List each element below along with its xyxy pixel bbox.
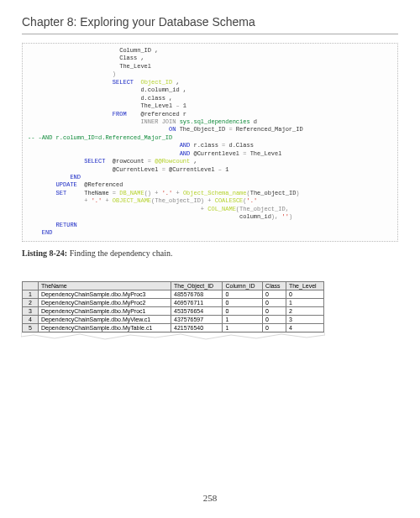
row-number: 3 [23, 306, 39, 315]
code-line: RETURN [28, 222, 77, 228]
code-line: Class , [28, 55, 144, 61]
cell: DependencyChainSample.dbo.MyView.c1 [39, 315, 171, 323]
cell: 1 [223, 323, 263, 332]
row-number: 4 [23, 315, 39, 323]
code-line: SELECT Object_ID , [28, 79, 180, 86]
cell: 0 [263, 298, 286, 306]
code-line: The_Level – 1 [28, 102, 186, 109]
code-line: ) [28, 71, 116, 77]
torn-edge-decoration [21, 332, 325, 341]
cell: 0 [263, 315, 286, 323]
cell: 0 [286, 290, 323, 298]
code-line: UPDATE @Referenced [28, 181, 123, 188]
code-line: AND r.class = d.Class [28, 142, 254, 149]
code-line: AND @Currentlevel = The_Level [28, 150, 281, 157]
cell: 0 [223, 306, 263, 315]
result-grid: TheName The_Object_ID Column_ID Class Th… [22, 281, 324, 332]
row-number: 1 [23, 290, 39, 298]
code-line: SET TheName = DB_NAME() + '.' + Object_S… [28, 190, 300, 196]
col-header: The_Object_ID [171, 281, 223, 290]
torn-edge-icon [21, 332, 325, 341]
cell: 1 [223, 315, 263, 323]
page-number: 258 [0, 493, 420, 503]
table-header-row: TheName The_Object_ID Column_ID Class Th… [23, 281, 324, 290]
table-row: 1 DependencyChainSample.dbo.MyProc3 4855… [23, 290, 324, 298]
cell: 0 [263, 323, 286, 332]
cell: 0 [223, 298, 263, 306]
cell: 0 [263, 306, 286, 315]
cell: DependencyChainSample.dbo.MyProc2 [39, 298, 171, 306]
code-line: INNER JOIN sys.sql_dependencies d [28, 118, 257, 125]
cell: DependencyChainSample.dbo.MyProc3 [39, 290, 171, 298]
cell: 1 [286, 298, 323, 306]
cell: 485576768 [171, 290, 223, 298]
code-line: FROM @referenced r [28, 111, 186, 118]
col-header: Class [263, 281, 286, 290]
chapter-title: Chapter 8: Exploring your Database Schem… [22, 0, 398, 34]
cell: 2 [286, 306, 323, 315]
cell: 421576540 [171, 323, 223, 332]
code-line: d.column_id , [28, 86, 186, 93]
col-header: TheName [39, 281, 171, 290]
code-line: -- -AND r.column_ID=d.Referenced_Major_I… [28, 134, 172, 141]
cell: 469576711 [171, 298, 223, 306]
cell: 4 [286, 323, 323, 332]
code-line: SELECT @rowcount = @@Rowcount , [28, 158, 197, 165]
cell: 3 [286, 315, 323, 323]
code-listing: Column_ID , Class , The_Level ) SELECT O… [22, 43, 398, 242]
result-grid-wrapper: TheName The_Object_ID Column_ID Class Th… [22, 281, 324, 341]
row-number: 5 [23, 323, 39, 332]
code-line: END [28, 229, 52, 236]
code-line: + '.' + OBJECT_NAME(The_object_ID) + COA… [28, 197, 257, 204]
col-header: Column_ID [223, 281, 263, 290]
listing-caption: Listing 8-24: Finding the dependency cha… [22, 249, 398, 258]
cell: 453576654 [171, 306, 223, 315]
col-header: The_Level [286, 281, 323, 290]
code-line: Column_ID , [28, 47, 158, 54]
row-number: 2 [23, 298, 39, 306]
code-line: END [28, 174, 81, 181]
code-line: The_Level [28, 63, 151, 70]
table-row: 5 DependencyChainSample.dbo.MyTable.c1 4… [23, 323, 324, 332]
code-line: column_id), '') [28, 213, 292, 220]
code-line: + COL_NAME(The_object_ID, [28, 206, 289, 212]
listing-text: Finding the dependency chain. [70, 249, 173, 258]
table-row: 2 DependencyChainSample.dbo.MyProc2 4695… [23, 298, 324, 306]
code-line: @CurrentLevel = @CurrentLevel – 1 [28, 166, 228, 173]
listing-label: Listing 8-24: [22, 249, 67, 258]
cell: 437576597 [171, 315, 223, 323]
code-line: d.class , [28, 95, 172, 102]
cell: DependencyChainSample.dbo.MyProc1 [39, 306, 171, 315]
code-line: ON The_Object_ID = Referenced_Major_ID [28, 126, 303, 133]
table-corner [23, 281, 39, 290]
cell: 0 [223, 290, 263, 298]
cell: DependencyChainSample.dbo.MyTable.c1 [39, 323, 171, 332]
cell: 0 [263, 290, 286, 298]
page: Chapter 8: Exploring your Database Schem… [0, 0, 420, 518]
table-row: 3 DependencyChainSample.dbo.MyProc1 4535… [23, 306, 324, 315]
table-row: 4 DependencyChainSample.dbo.MyView.c1 43… [23, 315, 324, 323]
